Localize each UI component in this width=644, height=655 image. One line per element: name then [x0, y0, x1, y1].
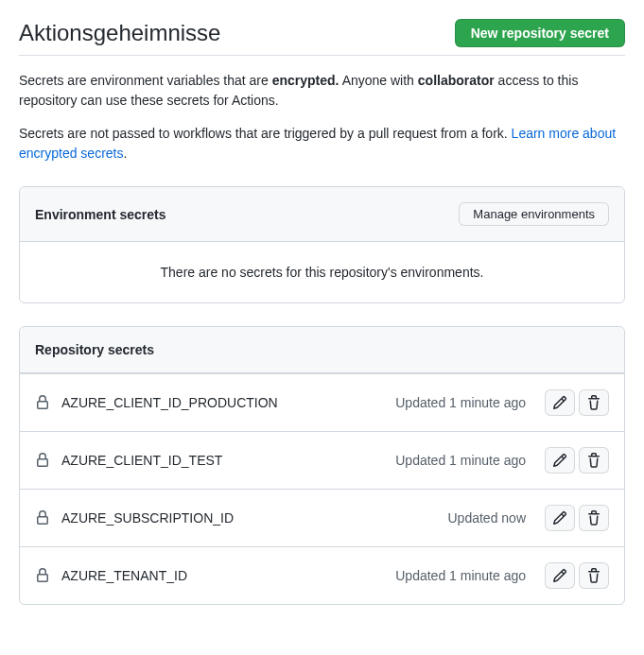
- lock-icon: [35, 395, 50, 410]
- secret-lock-icon: [35, 453, 61, 468]
- secret-name: AZURE_TENANT_ID: [61, 568, 395, 583]
- intro-text: Secrets are not passed to workflows that…: [19, 126, 512, 141]
- intro-encrypted: encrypted.: [272, 73, 339, 88]
- pencil-icon: [552, 510, 567, 526]
- manage-environments-button[interactable]: Manage environments: [459, 202, 609, 226]
- secret-updated: Updated 1 minute ago: [395, 453, 526, 468]
- page-title: Aktionsgeheimnisse: [19, 20, 220, 46]
- environment-secrets-empty: There are no secrets for this repository…: [20, 242, 624, 302]
- lock-icon: [35, 510, 50, 526]
- delete-secret-button[interactable]: [579, 447, 609, 474]
- edit-secret-button[interactable]: [545, 447, 575, 474]
- repository-secrets-box: Repository secrets AZURE_CLIENT_ID_PRODU…: [19, 326, 625, 605]
- delete-secret-button[interactable]: [579, 562, 609, 589]
- secret-row: AZURE_TENANT_IDUpdated 1 minute ago: [20, 546, 624, 604]
- lock-icon: [35, 453, 50, 468]
- trash-icon: [586, 568, 601, 583]
- secret-name: AZURE_CLIENT_ID_TEST: [61, 453, 395, 468]
- environment-secrets-box: Environment secrets Manage environments …: [19, 186, 625, 303]
- trash-icon: [586, 395, 601, 410]
- secret-lock-icon: [35, 568, 61, 583]
- pencil-icon: [552, 568, 567, 583]
- secret-row: AZURE_CLIENT_ID_TESTUpdated 1 minute ago: [20, 431, 624, 489]
- secret-updated: Updated 1 minute ago: [395, 395, 526, 410]
- intro-collaborator: collaborator: [418, 73, 495, 88]
- intro-paragraph-1: Secrets are environment variables that a…: [19, 71, 625, 111]
- secret-lock-icon: [35, 510, 61, 526]
- delete-secret-button[interactable]: [579, 505, 609, 531]
- intro-text: Anyone with: [339, 73, 418, 88]
- secret-name: AZURE_SUBSCRIPTION_ID: [61, 510, 447, 526]
- secret-row: AZURE_CLIENT_ID_PRODUCTIONUpdated 1 minu…: [20, 373, 624, 431]
- trash-icon: [586, 453, 601, 468]
- environment-secrets-heading: Environment secrets: [35, 207, 166, 222]
- pencil-icon: [552, 453, 567, 468]
- intro-text: Secrets are environment variables that a…: [19, 73, 272, 88]
- new-repository-secret-button[interactable]: New repository secret: [455, 19, 625, 47]
- intro-paragraph-2: Secrets are not passed to workflows that…: [19, 124, 625, 164]
- intro-text: .: [124, 146, 128, 161]
- secret-updated: Updated 1 minute ago: [395, 568, 526, 583]
- edit-secret-button[interactable]: [545, 505, 575, 531]
- secret-lock-icon: [35, 395, 61, 410]
- pencil-icon: [552, 395, 567, 410]
- trash-icon: [586, 510, 601, 526]
- secret-name: AZURE_CLIENT_ID_PRODUCTION: [61, 395, 395, 410]
- secret-updated: Updated now: [447, 510, 526, 526]
- secret-row: AZURE_SUBSCRIPTION_IDUpdated now: [20, 489, 624, 546]
- lock-icon: [35, 568, 50, 583]
- edit-secret-button[interactable]: [545, 562, 575, 589]
- edit-secret-button[interactable]: [545, 389, 575, 416]
- delete-secret-button[interactable]: [579, 389, 609, 416]
- repository-secrets-heading: Repository secrets: [35, 342, 154, 357]
